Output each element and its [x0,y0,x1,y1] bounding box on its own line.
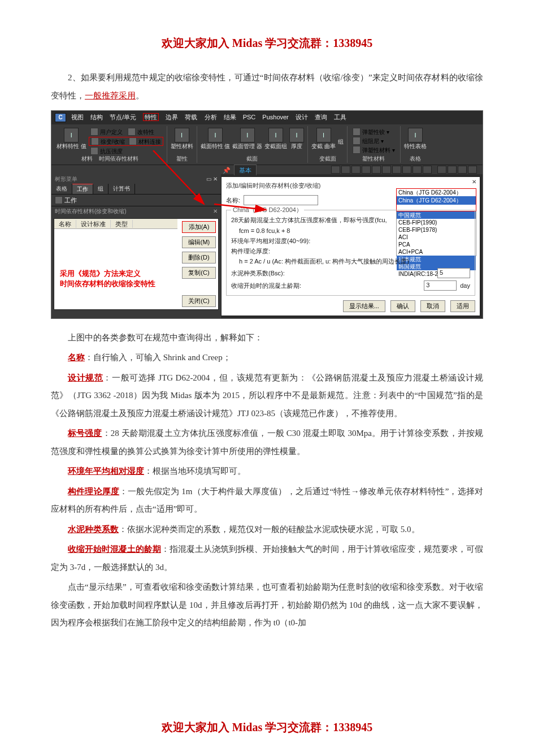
toolbar-icon[interactable] [413,166,422,174]
menu-item[interactable]: 结果 [224,114,236,120]
age-input[interactable]: 3 [424,280,457,291]
list-col-name[interactable]: 名称 [54,220,76,228]
apply-button[interactable]: 适用 [450,300,475,312]
menu-item[interactable]: 边界 [166,114,178,120]
plastic-mat-icon[interactable]: I [175,128,189,142]
ribbon-group-label: 截面 [197,155,308,162]
toolbar-icon[interactable] [437,166,446,174]
ribbon-group-label: 塑性 [167,155,197,162]
toolbar-icon[interactable] [351,166,361,174]
menu-bar: C 视图 结构 节点/单元 特性 边界 荷载 分析 结果 PSC Pushove… [51,111,483,124]
section-icon[interactable]: I [208,128,223,142]
term-name: 名称 [68,353,85,362]
paragraph-bsc: 水泥种类系数：依据水泥种类而定的系数，规范仅对一般的硅酸盐水泥或快硬水泥，可取 … [51,521,483,539]
left-tab[interactable]: 计算书 [108,184,135,194]
bsc-input[interactable]: 5 [437,268,470,278]
tree-root-label: 工作 [64,196,77,204]
fcm-eq: fcm = 0.8 fcu,k + 8 [239,227,290,235]
document-page: 欢迎大家加入 Midas 学习交流群：1338945 2、如果要利用规范中规定的… [0,0,534,756]
thickness-label: 构件理论厚度: [231,247,270,255]
menu-item[interactable]: 分析 [205,114,217,120]
toolbar-icon[interactable] [392,166,401,174]
ribbon-group-label: 时间依存性材料 [99,155,138,162]
term-bsc: 水泥种类系数 [68,525,119,534]
strength-item[interactable]: 抗压强度 [89,147,163,155]
curve-icon[interactable]: I [316,128,331,142]
ok-button[interactable]: 确认 [390,300,415,312]
paragraph-spec: 设计规范：一般可选择 JTG D62-2004，但，该规范有更新为：《公路钢筋混… [51,369,483,423]
user-define-item[interactable]: 用户定义 改特性 [89,128,163,136]
copy-button[interactable]: 复制(C) [182,267,216,279]
menu-item[interactable]: 查询 [315,114,327,120]
app-logo: C [55,113,66,122]
ribbon-group-material: I 材料特性 值 用户定义 改特性 徐变/收缩 材料连接 抗压强度 材料 时间依… [53,126,167,163]
tree-root: 工作 [51,195,221,206]
para1-highlight: 一般推荐采用 [85,91,136,100]
menu-item[interactable]: 节点/单元 [110,114,136,120]
toolbar-icon[interactable] [382,166,391,174]
toolbar-icon[interactable] [402,166,411,174]
dialog-close-icon[interactable]: ✕ [472,178,476,185]
term-strength: 标号强度 [68,429,102,438]
menu-item[interactable]: 设计 [296,114,308,120]
table-icon[interactable]: I [408,128,423,142]
toolbar-icon[interactable] [423,166,432,174]
toolbar-icon[interactable] [458,166,467,174]
left-tab-active[interactable]: 工作 [72,184,93,194]
workspace: 树形菜单▭ ✕ 表格 工作 组 计算书 工作 时间依存性材料(徐变和收缩)✕ 名… [51,174,483,318]
menu-item[interactable]: 工具 [334,114,346,120]
ribbon-group-section: I截面特性 值 I截面管理 器 I变截面组 I厚度 截面 [197,126,309,163]
paragraph-strength: 标号强度：28 天龄期混凝土立方体抗压强度标准值，一般 C30 混凝土即取 30… [51,425,483,460]
term-age: 收缩开始时混凝土的龄期 [68,545,161,554]
toolbar-icon[interactable] [341,166,350,174]
ribbon-big-label: 塑性材料 [171,142,193,150]
ribbon-group-label: 塑性材料 [348,155,400,162]
list-col-std[interactable]: 设计标准 [76,220,111,228]
ribbon-big-label: 材料特性 值 [57,142,86,150]
ribbon-group-label: 材料 [81,155,93,162]
show-result-button[interactable]: 显示结果... [343,300,385,312]
toolbar-icon[interactable] [372,166,381,174]
cancel-button[interactable]: 取消 [420,300,445,312]
close-button[interactable]: 关闭(C) [182,295,216,307]
toolbar-icon[interactable] [448,166,457,174]
paragraph-humidity: 环境年平均相对湿度：根据当地环境填写即可。 [51,463,483,481]
ribbon-group-plasmat: 弹塑性铰 ▾ 组阻尼 ▾ 弹塑性材料 ▾ 塑性材料 [348,126,401,163]
creep-shrink-item[interactable]: 徐变/收缩 材料连接 [89,137,163,146]
left-tab[interactable]: 表格 [51,184,72,194]
pin-icon[interactable]: 📌 [223,166,231,174]
menu-item[interactable]: PSC [243,114,256,120]
add-button[interactable]: 添加(A) [182,221,216,233]
left-tab[interactable]: 组 [93,184,108,194]
tab-basic[interactable]: 基本 [234,165,257,175]
menu-item[interactable]: 特性 [143,113,159,121]
paragraph-age: 收缩开始时混凝土的龄期：指混凝土从浇筑到拆模、开始接触大气的时间，用于计算收缩应… [51,541,483,576]
ribbon-group-plastic: I 塑性材料 塑性 [167,126,197,163]
menu-item[interactable]: 结构 [90,114,103,120]
menu-item[interactable]: Pushover [262,114,288,120]
ribbon-group-var: I变截 曲率 组 变截面 [308,126,348,163]
name-input[interactable] [244,195,318,205]
toolbar-icon[interactable] [362,166,371,174]
section-mgr-icon[interactable]: I [240,128,255,142]
menu-item[interactable]: 视图 [71,114,84,120]
menu-item[interactable]: 荷载 [185,114,197,120]
folder-icon [55,196,63,204]
material-list: 名称 设计标准 类型 添加(A) 编辑(M) 删除(D) 复制(C) 关闭(C)… [54,218,219,310]
toolbar-icon[interactable] [468,166,477,174]
toolbar-icon[interactable] [331,166,340,174]
delete-button[interactable]: 删除(D) [182,252,216,263]
material-props-icon[interactable]: I [64,128,79,142]
software-screenshot: C 视图 结构 节点/单元 特性 边界 荷载 分析 结果 PSC Pushove… [51,110,483,319]
edit-button[interactable]: 编辑(M) [182,236,216,248]
paragraph-1: 2、如果要利用规范中规定的收缩徐变特性，可通过“时间依存材料（收缩/徐变）”来定… [51,69,483,105]
humidity-label: 环境年平均相对湿度(40~99): [231,237,310,245]
view-toolbar [51,165,483,174]
varsection-icon[interactable]: I [268,128,283,142]
list-col-type[interactable]: 类型 [111,220,133,228]
annotation-text: 采用《规范》方法来定义 时间依存材料的收缩徐变特性 [60,269,155,289]
left-panel: 树形菜单▭ ✕ 表格 工作 组 计算书 工作 时间依存性材料(徐变和收缩)✕ 名… [51,174,221,318]
tree-item[interactable]: 时间依存性材料(徐变和收缩)✕ [51,206,221,216]
thickness-icon[interactable]: I [289,128,304,142]
ribbon-group-label: 表格 [401,155,430,162]
